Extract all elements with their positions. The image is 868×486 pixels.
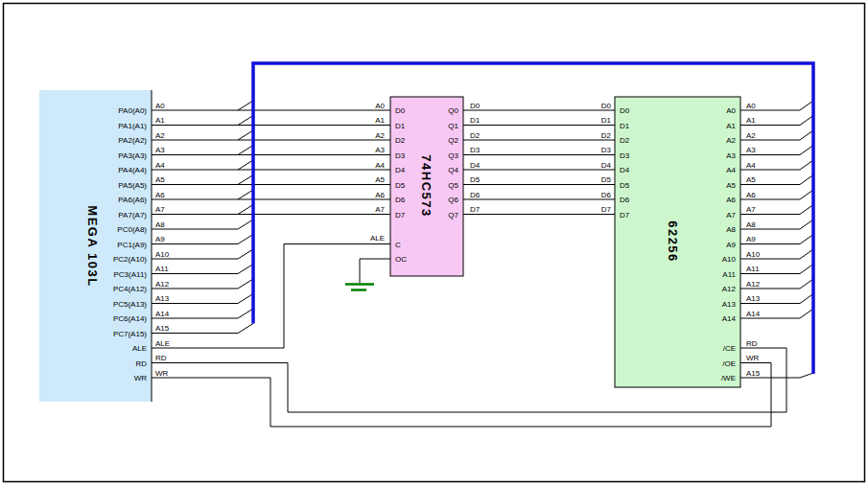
sram-pin-label: A6 — [726, 196, 736, 204]
mcu-chip-title: MEGA 103L — [85, 205, 100, 287]
sram-pin-label: D2 — [620, 136, 630, 145]
sram-pin-label: /CE — [723, 344, 736, 353]
bus-tap-right-a9 — [800, 235, 813, 244]
net-label-a0: A0 — [375, 102, 385, 110]
sram-pin-label: A5 — [726, 181, 736, 190]
wire-oc-ground — [360, 259, 390, 283]
net-label-a9: A9 — [746, 235, 756, 243]
latch-pin-label: Q2 — [448, 136, 458, 145]
sram-pin-label: D7 — [620, 211, 630, 220]
sram-pin-label: A0 — [726, 106, 736, 115]
mcu-pin-label: ALE — [132, 344, 147, 353]
bus-tap-right-a2 — [800, 130, 813, 140]
net-label-d4: D4 — [601, 161, 612, 170]
bus-tap-right-a7 — [800, 205, 813, 215]
sram-pin-label: D1 — [620, 122, 630, 130]
net-label-a11: A11 — [155, 265, 169, 273]
mcu-pin-label: PC5(A13) — [113, 300, 147, 309]
latch-pin-label: C — [395, 241, 401, 249]
latch-pin-label: D5 — [395, 181, 406, 190]
mcu-pin-label: PA3(A3) — [118, 151, 147, 160]
net-label-d1: D1 — [470, 116, 481, 125]
net-label-d7: D7 — [601, 205, 612, 214]
mcu-pin-label: PC7(A15) — [113, 330, 147, 338]
latch-pin-label: D3 — [395, 151, 406, 160]
sram-pin-label: A12 — [722, 285, 737, 293]
sram-pin-label: A3 — [726, 151, 736, 160]
net-label-d6: D6 — [470, 191, 481, 199]
net-label-a2: A2 — [375, 131, 385, 140]
bus-tap-left-a11 — [238, 265, 253, 274]
net-label-a11: A11 — [746, 265, 760, 273]
bus-tap-left-a14 — [238, 309, 253, 318]
latch-pin-label: Q1 — [448, 122, 458, 130]
mcu-pin-label: PA6(A6) — [118, 196, 147, 204]
bus-tap-left-a9 — [238, 235, 253, 244]
latch-pin-label: D4 — [395, 166, 406, 174]
net-label-a1: A1 — [746, 116, 756, 125]
memory-expansion-schematic: MEGA 103L74HC57362256PA0(A0)A0PA1(A1)A1P… — [0, 0, 868, 486]
net-label-a14: A14 — [746, 310, 761, 318]
bus-tap-right-a12 — [800, 279, 813, 289]
net-label-a3: A3 — [746, 146, 756, 154]
net-label-a4: A4 — [155, 161, 165, 170]
net-label-a4: A4 — [746, 161, 756, 170]
wire-ale — [152, 244, 390, 349]
net-label-d0: D0 — [601, 102, 612, 110]
latch-pin-label: Q4 — [448, 166, 458, 174]
bus-tap-right-a6 — [800, 190, 813, 199]
latch-pin-label: D7 — [395, 211, 406, 220]
bus-tap-right-a10 — [800, 249, 813, 259]
mcu-pin-label: PC4(A12) — [113, 285, 147, 293]
latch-pin-label: D2 — [395, 136, 406, 145]
net-label-d7: D7 — [470, 205, 481, 214]
net-label-a7: A7 — [155, 205, 165, 214]
bus-tap-left-a2 — [238, 130, 253, 140]
bus-tap-left-a4 — [238, 160, 253, 170]
mcu-pin-label: PA0(A0) — [118, 106, 147, 115]
net-label-a0: A0 — [155, 102, 165, 110]
sram-pin-label: D3 — [620, 151, 630, 160]
latch-pin-label: Q0 — [448, 106, 458, 115]
sram-pin-label: /OE — [722, 359, 736, 368]
net-label-a1: A1 — [375, 116, 385, 125]
sram-pin-label: /WE — [721, 374, 736, 382]
mcu-pin-label: PC2(A10) — [113, 255, 147, 264]
net-label-a12: A12 — [155, 280, 170, 289]
bus-tap-left-a5 — [238, 175, 253, 185]
bus-tap-left-a10 — [238, 249, 253, 259]
sram-pin-label: D6 — [620, 196, 630, 204]
net-label-a2: A2 — [155, 131, 165, 140]
net-label-a2: A2 — [746, 131, 756, 140]
sram-pin-label: A8 — [726, 225, 736, 234]
mcu-pin-label: PA2(A2) — [118, 136, 147, 145]
latch-pin-label: D0 — [395, 106, 406, 115]
net-label-ale: ALE — [155, 339, 170, 348]
bus-tap-left-a13 — [238, 294, 253, 304]
bus-tap-left-a3 — [238, 146, 253, 155]
net-label-rd: RD — [746, 339, 758, 348]
net-label-a5: A5 — [155, 175, 165, 184]
bus-tap-left-a0 — [238, 101, 253, 110]
net-label-a15: A15 — [155, 324, 170, 333]
net-label-a8: A8 — [155, 220, 165, 229]
net-label-a5: A5 — [746, 175, 756, 184]
bus-tap-right-a11 — [800, 265, 813, 274]
net-label-a6: A6 — [375, 191, 385, 199]
bus-tap-right-a4 — [800, 160, 813, 170]
mcu-pin-label: PA4(A4) — [118, 166, 147, 174]
bus-tap-left-a15 — [238, 324, 253, 334]
latch-pin-label: D6 — [395, 196, 406, 204]
sram-pin-label: A2 — [726, 136, 736, 145]
sram-pin-label: A9 — [726, 241, 736, 249]
mcu-pin-label: WR — [134, 374, 148, 382]
net-label-d3: D3 — [601, 146, 612, 154]
mcu-pin-label: PA7(A7) — [118, 211, 147, 220]
bus-tap-right-a8 — [800, 220, 813, 229]
mcu-pin-label: PC0(A8) — [117, 225, 147, 234]
net-label-d4: D4 — [470, 161, 481, 170]
net-label-a9: A9 — [155, 235, 165, 243]
net-label-a0: A0 — [746, 102, 756, 110]
sram-pin-label: D4 — [620, 166, 630, 174]
sram-pin-label: D0 — [620, 106, 630, 115]
